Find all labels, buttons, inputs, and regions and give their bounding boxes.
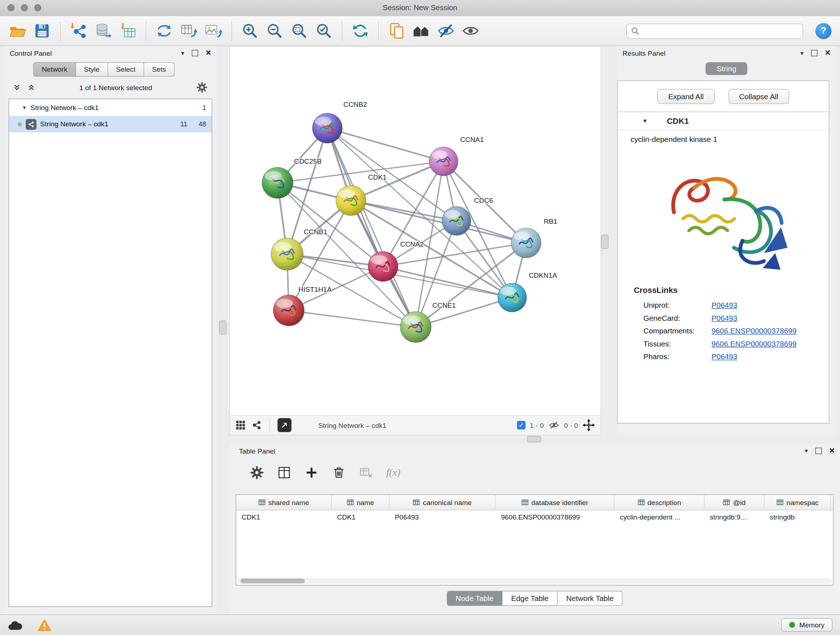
table-cell[interactable]: CDK1 bbox=[332, 510, 390, 525]
network-node-cdk1[interactable] bbox=[336, 185, 366, 215]
network-node-cdc25b[interactable] bbox=[262, 167, 293, 198]
table-data-row[interactable]: CDK1CDK1P064939606.ENSP00000378699cyclin… bbox=[236, 510, 833, 525]
tab-style[interactable]: Style bbox=[76, 62, 108, 77]
open-session-folder-icon[interactable] bbox=[9, 22, 27, 40]
table-cell[interactable]: cyclin-dependent ... bbox=[615, 510, 705, 525]
tab-select[interactable]: Select bbox=[108, 62, 144, 77]
network-node-ccna1[interactable] bbox=[429, 147, 458, 176]
table-cell[interactable]: P06493 bbox=[390, 510, 496, 525]
network-node-cdc6[interactable] bbox=[442, 206, 471, 235]
import-table-file-icon[interactable] bbox=[119, 22, 137, 40]
help-button[interactable]: ? bbox=[815, 23, 831, 39]
horizontal-splitter[interactable] bbox=[527, 436, 541, 442]
export-image-icon[interactable] bbox=[205, 22, 223, 40]
network-view-canvas[interactable]: CCNB2CCNA1CDC25BCDK1CDC6RB1CCNB1CCNA2CDK… bbox=[229, 46, 601, 415]
network-row-selected[interactable]: String Network – cdk1 11 48 bbox=[9, 116, 212, 133]
tree-expand-caret-icon[interactable]: ▼ bbox=[22, 105, 27, 111]
import-network-database-icon[interactable] bbox=[95, 22, 112, 40]
selected-nodes-checkbox[interactable]: ✓ bbox=[517, 421, 526, 430]
network-node-ccnb1[interactable] bbox=[271, 238, 303, 271]
vertical-splitter-left[interactable] bbox=[219, 321, 227, 335]
refresh-layout-icon[interactable] bbox=[351, 22, 369, 40]
table-cell[interactable]: 9606.ENSP00000378699 bbox=[496, 510, 615, 525]
zoom-fit-icon[interactable] bbox=[291, 22, 308, 40]
clone-network-arrows-icon[interactable] bbox=[155, 22, 173, 40]
memory-button[interactable]: Memory bbox=[781, 618, 832, 631]
save-session-icon[interactable] bbox=[33, 22, 51, 40]
table-cell[interactable]: CDK1 bbox=[236, 510, 332, 525]
crosslink-link[interactable]: P06493 bbox=[712, 314, 737, 322]
network-node-ccne1[interactable] bbox=[400, 311, 431, 342]
tab-sets[interactable]: Sets bbox=[144, 62, 174, 77]
float-panel-icon[interactable] bbox=[192, 50, 198, 57]
show-eye-icon[interactable] bbox=[462, 22, 480, 40]
tab-network[interactable]: Network bbox=[33, 62, 76, 77]
delete-column-trash-icon[interactable] bbox=[332, 465, 346, 480]
add-column-plus-icon[interactable] bbox=[304, 465, 319, 480]
search-input[interactable] bbox=[643, 27, 798, 35]
crosslink-link[interactable]: P06493 bbox=[712, 301, 737, 310]
expand-tree-chevrons-icon[interactable] bbox=[13, 84, 21, 91]
network-node-cdkn1a[interactable] bbox=[498, 283, 527, 312]
vertical-splitter-right[interactable] bbox=[601, 235, 609, 249]
network-node-ccnb2[interactable] bbox=[312, 113, 342, 143]
column-header-shared-name[interactable]: shared name bbox=[236, 495, 332, 510]
close-panel-icon[interactable]: × bbox=[206, 50, 211, 56]
column-header-name[interactable]: name bbox=[332, 495, 390, 510]
export-table-icon[interactable] bbox=[180, 22, 198, 40]
zoom-out-icon[interactable] bbox=[266, 22, 284, 40]
import-network-file-icon[interactable] bbox=[70, 22, 88, 40]
collapse-panel-icon[interactable]: ▾ bbox=[805, 447, 808, 455]
string-style-icon[interactable] bbox=[251, 420, 262, 431]
hide-unhide-eye-slash-icon[interactable] bbox=[437, 22, 455, 40]
column-header-canonical-name[interactable]: canonical name bbox=[390, 495, 496, 510]
column-header-description[interactable]: description bbox=[615, 495, 705, 510]
tab-network-table[interactable]: Network Table bbox=[558, 591, 623, 606]
network-node-hist1h1a[interactable] bbox=[273, 295, 304, 326]
expand-all-button[interactable]: Expand All bbox=[658, 89, 714, 104]
network-node-ccna2[interactable] bbox=[368, 252, 398, 282]
open-in-string-button[interactable] bbox=[278, 418, 292, 432]
network-edge[interactable] bbox=[351, 201, 526, 243]
tab-string[interactable]: String bbox=[706, 62, 747, 75]
cloud-status-icon[interactable] bbox=[8, 619, 22, 631]
table-cell[interactable]: stringdb:9... bbox=[704, 510, 764, 525]
table-horizontal-scrollbar[interactable] bbox=[237, 578, 832, 584]
float-panel-icon[interactable] bbox=[815, 448, 822, 454]
hidden-eye-slash-icon[interactable] bbox=[548, 420, 560, 431]
show-columns-icon[interactable] bbox=[277, 465, 292, 480]
crosslink-link[interactable]: 9606.ENSP00000378699 bbox=[712, 326, 797, 335]
crosslink-link[interactable]: P06493 bbox=[712, 352, 737, 361]
birdseye-view-houses-icon[interactable] bbox=[412, 22, 430, 40]
tab-node-table[interactable]: Node Table bbox=[447, 591, 502, 606]
network-edge[interactable] bbox=[327, 128, 416, 327]
gene-collapse-caret-icon[interactable]: ▼ bbox=[643, 118, 648, 124]
column-header-namespac[interactable]: namespac bbox=[764, 495, 831, 510]
crosslink-link[interactable]: 9606.ENSP00000378699 bbox=[712, 339, 797, 348]
table-options-gear-icon[interactable] bbox=[249, 465, 264, 480]
float-panel-icon[interactable] bbox=[811, 50, 818, 57]
gene-section-header[interactable]: ▼ CDK1 bbox=[617, 111, 829, 130]
collapse-all-button[interactable]: Collapse All bbox=[728, 89, 789, 104]
close-panel-icon[interactable]: × bbox=[825, 50, 831, 56]
collapse-panel-icon[interactable]: ▾ bbox=[181, 49, 185, 57]
annotation-documents-icon[interactable] bbox=[388, 22, 406, 40]
grid-view-icon[interactable] bbox=[235, 420, 246, 431]
column-header-database-identifier[interactable]: database identifier bbox=[496, 495, 615, 510]
fit-selection-crosshair-icon[interactable] bbox=[583, 419, 595, 432]
collapse-tree-chevrons-icon[interactable] bbox=[27, 84, 35, 91]
tab-edge-table[interactable]: Edge Table bbox=[502, 591, 557, 606]
warning-icon[interactable] bbox=[38, 618, 52, 631]
zoom-selected-icon[interactable] bbox=[315, 22, 333, 40]
table-cell[interactable]: stringdb bbox=[764, 510, 831, 525]
network-options-gear-icon[interactable] bbox=[196, 81, 208, 93]
zoom-in-icon[interactable] bbox=[241, 22, 259, 40]
column-header--id[interactable]: @id bbox=[704, 495, 764, 510]
scrollbar-thumb[interactable] bbox=[240, 578, 305, 583]
close-panel-icon[interactable]: × bbox=[829, 448, 835, 454]
network-node-rb1[interactable] bbox=[511, 228, 541, 258]
search-box[interactable] bbox=[626, 23, 803, 38]
network-edge[interactable] bbox=[289, 310, 416, 327]
network-collection-row[interactable]: ▼ String Network – cdk1 1 bbox=[9, 99, 212, 116]
collapse-panel-icon[interactable]: ▾ bbox=[801, 49, 804, 57]
